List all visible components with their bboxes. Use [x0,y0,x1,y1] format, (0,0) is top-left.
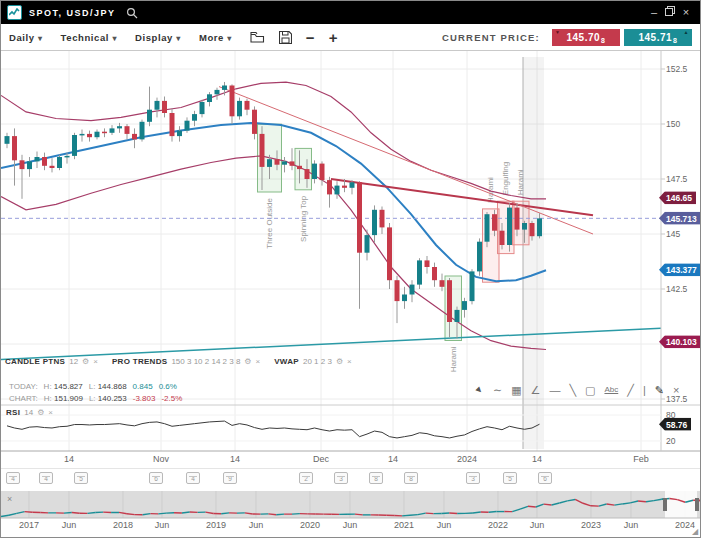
navigator-axis-label: Jun [155,520,170,530]
calendar-event-badge[interactable]: 5 [74,472,88,484]
calendar-event-badge[interactable]: 6 [538,472,552,484]
horizontal-line-tool-icon[interactable]: — [549,383,560,397]
grid-tool-icon[interactable]: ▦ [511,383,521,397]
indicator-params: 150 3 10 2 14 2 3 8 [171,357,240,366]
calendar-event-badge[interactable]: 2 [299,472,313,484]
close-icon[interactable]: × [93,357,98,366]
chart-change: -3.803 [133,394,156,403]
restore-button[interactable] [662,1,678,24]
price-up-icon: ▲ [684,29,689,35]
trendline-tool-icon[interactable]: ╱ [627,383,634,397]
calendar-event-badge[interactable]: 8 [404,472,418,484]
close-icon[interactable]: × [347,357,352,366]
calendar-event-badge[interactable]: 4 [39,472,53,484]
app-logo-icon [7,5,22,20]
navigator-axis-label: 2017 [19,520,39,530]
calendar-event-badge[interactable]: 9 [223,472,237,484]
navigator-axis-label: 2023 [581,520,601,530]
text-tool-icon[interactable]: Abc [604,383,618,397]
menu-more[interactable]: More ▾ [199,32,232,43]
navigator-axis-label: 2018 [113,520,133,530]
indicator-params: 12 [69,357,78,366]
ask-price[interactable]: 145.718 ▲ [624,29,692,46]
segment-tool-icon[interactable]: ╲ [569,383,576,397]
gear-icon[interactable]: ⚙ [37,408,44,417]
freehand-tool-icon[interactable]: ∼ [493,383,502,397]
price-badge: 140.103 [659,335,701,348]
close-icon[interactable]: × [48,408,53,417]
x-axis-label: Dec [313,454,329,464]
vertical-line-tool-icon[interactable]: | [643,383,646,397]
zoom-out-button[interactable]: − [306,29,315,46]
resize-handle-icon[interactable]: ◢ [692,527,698,536]
navigator-axis-label: Jun [249,520,264,530]
navigator-axis-label: 2022 [488,520,508,530]
calendar-event-badge[interactable]: 3 [466,472,480,484]
navigator-right-handle[interactable] [695,498,699,511]
pattern-label: Three Outside [265,197,274,248]
today-change: 0.845 [133,382,153,391]
price-axis-tick: 145 [666,229,680,239]
bid-price[interactable]: ▼ 145.708 [552,29,620,46]
angle-tool-icon[interactable]: ∠ [531,383,541,397]
navigator-selection[interactable] [665,491,697,518]
price-axis-tick: 150 [666,119,680,129]
x-axis-label: 14 [230,454,240,464]
navigator-axis-label: Jun [62,520,77,530]
calendar-event-badge[interactable]: 4 [6,472,20,484]
menu-display[interactable]: Display ▾ [135,32,181,43]
price-axis-tick: 147.5 [666,174,687,184]
minimize-button[interactable]: – [646,1,662,24]
calendar-event-badge[interactable]: 3 [334,472,348,484]
chart-high: 151.909 [54,394,83,403]
zoom-in-button[interactable]: + [329,29,338,46]
menu-daily[interactable]: Daily ▾ [9,32,43,43]
rsi-name: RSI [6,408,20,417]
chart-window: SPOT, USD/JPY – × Daily ▾ Technical ▾ Di… [0,0,701,538]
drawing-toolbar: ►∼▦∠—╲▢Abc╱|✎× [475,383,679,397]
today-high: 145.827 [54,382,83,391]
close-icon[interactable]: × [256,357,261,366]
chevron-down-icon: ▾ [227,34,232,43]
price-badge: 146.65 [659,191,696,204]
today-stats-row: TODAY: H: 145.827 L: 144.868 0.845 0.6% [9,382,177,391]
open-folder-icon[interactable] [250,31,265,43]
chart-stats-row: CHART: H: 151.909 L: 140.253 -3.803 -2.5… [9,394,182,403]
calendar-event-badge[interactable]: 5 [503,472,517,484]
rsi-axis-tick: 80 [666,410,675,420]
navigator-close-icon[interactable]: × [7,494,12,504]
rectangle-tool-icon[interactable]: ▢ [585,383,595,397]
navigator-axis-label: Jun [343,520,358,530]
x-axis-label: 14 [388,454,398,464]
gear-icon[interactable]: ⚙ [336,357,343,366]
navigator-axis-label: 2021 [394,520,414,530]
rsi-params: 14 [24,408,33,417]
pattern-label: Harami [449,346,458,372]
chevron-down-icon: ▾ [176,34,181,43]
gear-icon[interactable]: ⚙ [244,357,251,366]
save-icon[interactable] [279,31,292,44]
price-axis-tick: 152.5 [666,64,687,74]
navigator-axis-label: Jun [530,520,545,530]
x-axis-label: 2024 [457,454,477,464]
x-axis-label: 14 [64,454,74,464]
today-low: 144.868 [98,382,127,391]
price-chart-canvas[interactable]: Three OutsideSpinning TopHaramiHaramiEng… [1,51,701,538]
search-icon[interactable] [126,7,138,19]
gear-icon[interactable]: ⚙ [82,357,89,366]
close-button[interactable]: × [678,1,694,24]
chart-stage: Three OutsideSpinning TopHaramiHaramiEng… [1,51,701,538]
indicator-name: VWAP [274,357,299,366]
menu-technical[interactable]: Technical ▾ [61,32,117,43]
pencil-tool-icon[interactable]: ✎ [655,383,664,397]
calendar-event-badge[interactable]: 8 [369,472,383,484]
navigator-left-handle[interactable] [663,498,667,511]
calendar-event-badge[interactable]: 6 [149,472,163,484]
price-badge: 143.377 [659,263,701,276]
delete-tool-icon[interactable]: × [673,383,679,397]
calendar-event-badge[interactable]: 4 [186,472,200,484]
price-badge: 145.713 [659,212,701,225]
chevron-down-icon: ▾ [112,34,117,43]
navigator-axis-label: 2019 [206,520,226,530]
chevron-down-icon: ▾ [38,34,43,43]
